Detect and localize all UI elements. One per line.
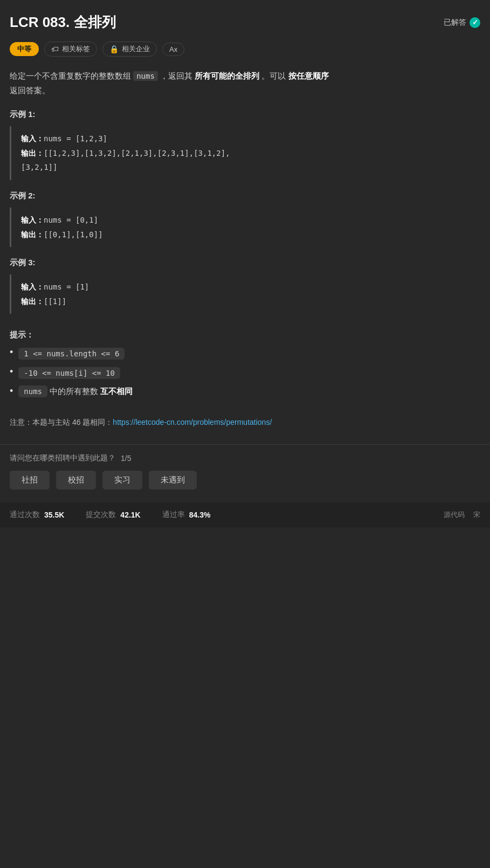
example-3-block: 输入：nums = [1] 输出：[[1]] bbox=[10, 274, 480, 314]
desc-code-nums: nums bbox=[133, 71, 158, 81]
example-1-title: 示例 1: bbox=[10, 109, 480, 120]
rec-btn-social[interactable]: 社招 bbox=[10, 471, 50, 490]
recruitment-question-row: 请问您在哪类招聘中遇到此题？ 1/5 bbox=[10, 453, 480, 463]
hint-item-1: • 1 <= nums.length <= 6 bbox=[10, 348, 480, 360]
example-1-input: 输入：nums = [1,2,3] bbox=[21, 132, 471, 146]
page-title: LCR 083. 全排列 bbox=[10, 13, 116, 32]
example-2-output: 输出：[[0,1],[1,0]] bbox=[21, 228, 471, 242]
pass-count-label: 通过次数 bbox=[10, 510, 40, 520]
example-3-output-value: [[1]] bbox=[44, 297, 66, 306]
rec-btn-intern[interactable]: 实习 bbox=[102, 471, 142, 490]
bullet-1: • bbox=[10, 347, 13, 358]
hint-text-before-3: 中的所有整数 bbox=[47, 387, 100, 396]
desc-text-before: 给定一个不含重复数字的整数数组 bbox=[10, 71, 133, 80]
pass-count-value: 35.5K bbox=[44, 511, 64, 519]
example-1-block: 输入：nums = [1,2,3] 输出：[[1,2,3],[1,3,2],[2… bbox=[10, 126, 480, 180]
font-size-label: Ax bbox=[169, 45, 177, 53]
example-2-output-value: [[0,1],[1,0]] bbox=[44, 230, 103, 239]
footer-links: 源代码 宋 bbox=[444, 510, 480, 520]
related-company-button[interactable]: 🔒 相关企业 bbox=[102, 42, 157, 57]
example-3-output-label: 输出： bbox=[21, 297, 44, 306]
desc-bold-order: 按任意顺序 bbox=[288, 71, 329, 80]
tag-icon: 🏷 bbox=[51, 45, 59, 53]
related-tags-label: 相关标签 bbox=[62, 44, 90, 54]
title-main: 全排列 bbox=[74, 14, 116, 30]
example-2-input-label: 输入： bbox=[21, 216, 44, 224]
example-2-output-label: 输出： bbox=[21, 230, 44, 239]
note-section: 注意：本题与主站 46 题相同：https://leetcode-cn.com/… bbox=[10, 416, 480, 429]
example-1-output-value2: [3,2,1]] bbox=[21, 163, 57, 171]
desc-text-mid: 。可以 bbox=[259, 71, 288, 80]
note-link[interactable]: https://leetcode-cn.com/problems/permuta… bbox=[113, 418, 272, 426]
example-3-title: 示例 3: bbox=[10, 258, 480, 268]
desc-text-end: 返回答案。 bbox=[10, 86, 50, 95]
hint-item-2: • -10 <= nums[i] <= 10 bbox=[10, 367, 480, 379]
example-2-input: 输入：nums = [0,1] bbox=[21, 213, 471, 228]
example-3-input: 输入：nums = [1] bbox=[21, 280, 471, 294]
pass-count-group: 通过次数 35.5K bbox=[10, 510, 64, 520]
recruitment-question-text: 请问您在哪类招聘中遇到此题？ bbox=[10, 453, 115, 463]
submit-count-group: 提交次数 42.1K bbox=[86, 510, 140, 520]
bullet-3: • bbox=[10, 385, 13, 397]
recruitment-buttons: 社招 校招 实习 未遇到 bbox=[10, 471, 480, 490]
rec-btn-campus[interactable]: 校招 bbox=[56, 471, 96, 490]
example-2-title: 示例 2: bbox=[10, 191, 480, 201]
title-prefix: LCR 083. bbox=[10, 14, 74, 30]
desc-text-after: ，返回其 bbox=[158, 71, 195, 80]
related-tags-button[interactable]: 🏷 相关标签 bbox=[44, 42, 97, 57]
example-1-output-label: 输出： bbox=[21, 149, 44, 157]
hide-link[interactable]: 宋 bbox=[473, 510, 480, 520]
pass-rate-group: 通过率 84.3% bbox=[162, 510, 211, 520]
submit-count-value: 42.1K bbox=[120, 511, 140, 519]
related-company-label: 相关企业 bbox=[122, 44, 150, 54]
example-1-output-value: [[1,2,3],[1,3,2],[2,1,3],[2,3,1],[3,1,2]… bbox=[44, 149, 230, 157]
hint-code-inline-3: nums bbox=[18, 385, 47, 397]
hint-code-2: -10 <= nums[i] <= 10 bbox=[18, 367, 120, 379]
tags-row: 中等 🏷 相关标签 🔒 相关企业 Ax bbox=[10, 42, 480, 57]
hint-item-3: • nums 中的所有整数 互不相同 bbox=[10, 387, 480, 397]
pass-rate-label: 通过率 bbox=[162, 510, 185, 520]
example-1-input-label: 输入： bbox=[21, 134, 44, 143]
example-2-input-value: nums = [0,1] bbox=[44, 216, 98, 224]
submit-count-label: 提交次数 bbox=[86, 510, 116, 520]
section-divider bbox=[0, 444, 490, 445]
example-3-input-label: 输入： bbox=[21, 283, 44, 291]
hint-bold-3: 互不相同 bbox=[100, 387, 133, 396]
recruitment-section: 请问您在哪类招聘中遇到此题？ 1/5 社招 校招 实习 未遇到 bbox=[0, 453, 490, 490]
note-text-before: 注意：本题与主站 46 题相同： bbox=[10, 418, 113, 426]
example-1-output: 输出：[[1,2,3],[1,3,2],[2,1,3],[2,3,1],[3,1… bbox=[21, 146, 471, 161]
stats-footer: 通过次数 35.5K 提交次数 42.1K 通过率 84.3% 源代码 宋 bbox=[0, 502, 490, 527]
hint-text-3: nums 中的所有整数 互不相同 bbox=[18, 387, 133, 397]
recruitment-fraction: 1/5 bbox=[121, 454, 131, 463]
font-size-button[interactable]: Ax bbox=[162, 43, 184, 56]
source-code-link[interactable]: 源代码 bbox=[444, 510, 465, 520]
hints-title: 提示： bbox=[10, 330, 480, 340]
difficulty-tag[interactable]: 中等 bbox=[10, 42, 39, 56]
pass-rate-value: 84.3% bbox=[189, 511, 211, 519]
lock-icon: 🔒 bbox=[109, 45, 119, 53]
example-3-input-value: nums = [1] bbox=[44, 283, 89, 291]
page-header: LCR 083. 全排列 已解答 ✓ bbox=[10, 13, 480, 32]
solved-badge: 已解答 ✓ bbox=[444, 17, 480, 28]
hint-code-1: 1 <= nums.length <= 6 bbox=[18, 348, 125, 360]
example-3-output: 输出：[[1]] bbox=[21, 294, 471, 309]
problem-description: 给定一个不含重复数字的整数数组 nums ，返回其 所有可能的全排列 。可以 按… bbox=[10, 68, 480, 98]
example-2-block: 输入：nums = [0,1] 输出：[[0,1],[1,0]] bbox=[10, 208, 480, 247]
rec-btn-none[interactable]: 未遇到 bbox=[149, 471, 197, 490]
bullet-2: • bbox=[10, 366, 13, 377]
example-1-input-value: nums = [1,2,3] bbox=[44, 134, 107, 143]
desc-bold-all: 所有可能的全排列 bbox=[195, 71, 259, 80]
solved-icon: ✓ bbox=[470, 17, 480, 28]
solved-label: 已解答 bbox=[444, 18, 466, 27]
example-1-output-2: [3,2,1]] bbox=[21, 160, 471, 175]
